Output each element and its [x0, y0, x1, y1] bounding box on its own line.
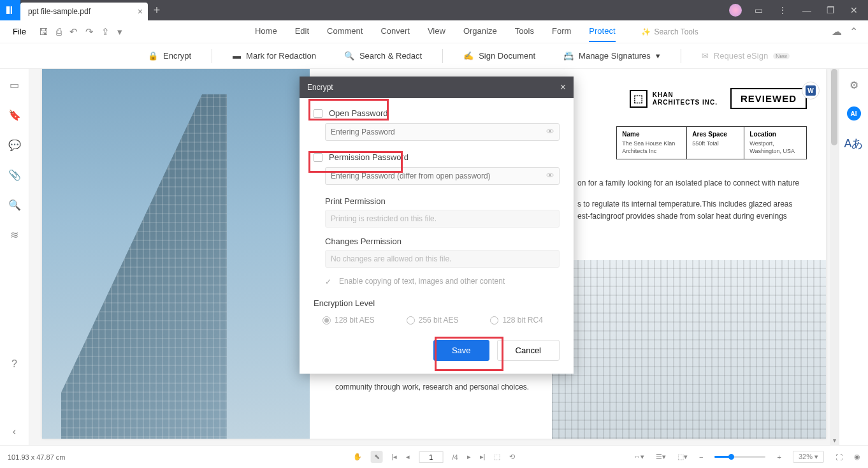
next-page-icon[interactable]: ▸ [467, 453, 471, 461]
fullscreen-icon[interactable]: ⛶ [835, 453, 843, 461]
scroll-thumb[interactable] [831, 69, 837, 145]
cloud-icon[interactable]: ☁ [832, 26, 842, 38]
dropdown-icon[interactable]: ▾ [117, 26, 122, 38]
dialog-title-text: Encrypt [307, 83, 333, 92]
info-table: Name The Sea House Klan Architects Inc A… [616, 126, 807, 159]
user-avatar[interactable] [729, 4, 742, 17]
dialog-close-button[interactable]: × [560, 82, 566, 93]
manage-signatures-button[interactable]: 📇 Manage Signatures ▾ [556, 51, 668, 61]
open-password-checkbox[interactable] [314, 109, 322, 118]
fit-page-icon[interactable]: ⬚▾ [677, 453, 688, 461]
reviewed-stamp: REVIEWED [730, 88, 807, 109]
document-tab[interactable]: ppt file-sample.pdf × [20, 3, 148, 20]
close-tab-icon[interactable]: × [138, 6, 143, 17]
permission-password-checkbox-row[interactable]: Permission Password [314, 152, 560, 162]
request-esign-button[interactable]: ✉ Request eSign New [694, 51, 797, 61]
tab-view[interactable]: View [428, 21, 445, 42]
tab-edit[interactable]: Edit [295, 21, 309, 42]
vertical-scrollbar[interactable]: ▾ [830, 69, 839, 445]
changes-permission-label: Changes Permission [325, 237, 560, 246]
tab-home[interactable]: Home [255, 21, 277, 42]
encryption-radio-group: 128 bit AES 256 bit AES 128 bit RC4 [322, 316, 560, 325]
print-icon[interactable]: ⎙ [56, 26, 62, 38]
permission-password-checkbox[interactable] [314, 153, 322, 162]
scroll-down-icon[interactable]: ▾ [830, 437, 839, 444]
eye-icon[interactable]: 👁 [546, 127, 554, 136]
esign-icon: ✉ [702, 51, 709, 61]
last-page-icon[interactable]: ▸| [480, 453, 486, 461]
encrypt-dialog: Encrypt × Open Password 👁 Permission Pas… [300, 77, 574, 374]
rotate-icon[interactable]: ⟲ [509, 453, 515, 461]
sign-document-button[interactable]: ✍ Sign Document [456, 51, 543, 61]
close-window-button[interactable]: ✕ [848, 5, 860, 15]
app-icon[interactable] [0, 0, 20, 20]
maximize-button[interactable]: ❐ [824, 5, 837, 15]
radio-256-aes[interactable]: 256 bit AES [407, 316, 459, 325]
view-mode-icon[interactable]: ☰▾ [656, 453, 666, 461]
logo-square-icon: ⬚ [630, 90, 647, 108]
hand-tool-icon[interactable]: ✋ [353, 453, 362, 461]
document-text-bottom: community through work, research and per… [335, 381, 539, 393]
select-tool-icon[interactable]: ⬉ [371, 451, 383, 463]
tab-organize[interactable]: Organize [463, 21, 497, 42]
search-redact-icon: 🔍 [344, 51, 354, 61]
enable-copy-label: Enable copying of text, images and other… [339, 277, 505, 286]
search-redact-button[interactable]: 🔍 Search & Redact [336, 51, 430, 61]
dialog-titlebar: Encrypt × [300, 77, 574, 98]
zoom-out-icon[interactable]: − [699, 453, 703, 461]
open-password-input[interactable] [325, 123, 560, 141]
notifications-icon[interactable]: ▭ [752, 5, 765, 15]
attachments-icon[interactable]: 📎 [8, 169, 21, 181]
translate-icon[interactable]: Aあ [844, 136, 863, 151]
file-menu[interactable]: File [5, 27, 34, 36]
statusbar: 101.93 x 47.87 cm ✋ ⬉ |◂ ◂ /4 ▸ ▸| ⬚ ⟲ ↔… [0, 445, 868, 468]
layers-icon[interactable]: ≋ [10, 229, 18, 241]
tab-tools[interactable]: Tools [515, 21, 534, 42]
save-button[interactable]: Save [433, 340, 489, 361]
tab-convert[interactable]: Convert [380, 21, 410, 42]
crop-icon[interactable]: ⬚ [494, 453, 500, 461]
read-mode-icon[interactable]: ◉ [854, 453, 860, 461]
comments-icon[interactable]: 💬 [8, 139, 21, 151]
search-tools[interactable]: ✨ Search Tools [641, 27, 698, 36]
tab-protect[interactable]: Protect [589, 21, 615, 42]
ai-icon[interactable]: AI [847, 106, 861, 121]
titlebar: ppt file-sample.pdf × + ▭ ⋮ — ❐ ✕ [0, 0, 868, 20]
cancel-button[interactable]: Cancel [497, 340, 560, 361]
open-password-checkbox-row[interactable]: Open Password [314, 108, 560, 118]
undo-icon[interactable]: ↶ [69, 26, 78, 38]
radio-128-rc4[interactable]: 128 bit RC4 [490, 316, 542, 325]
first-page-icon[interactable]: |◂ [392, 453, 398, 461]
page-number-input[interactable] [419, 451, 443, 463]
tab-form[interactable]: Form [552, 21, 571, 42]
radio-128-aes[interactable]: 128 bit AES [322, 316, 375, 325]
chevron-up-icon[interactable]: ⌃ [850, 26, 858, 38]
collapse-icon[interactable]: ‹ [13, 426, 16, 437]
tab-comment[interactable]: Comment [327, 21, 363, 42]
lock-icon: 🔒 [148, 51, 158, 61]
kebab-menu-icon[interactable]: ⋮ [776, 5, 790, 15]
permission-password-input[interactable] [325, 167, 560, 185]
fit-width-icon[interactable]: ↔▾ [633, 453, 644, 461]
building-image-right [552, 260, 826, 439]
mark-redaction-button[interactable]: ▬ Mark for Redaction [225, 51, 324, 61]
minimize-button[interactable]: — [800, 5, 814, 15]
zoom-in-icon[interactable]: + [777, 453, 781, 461]
add-tab-button[interactable]: + [148, 1, 166, 19]
print-permission-label: Print Permission [325, 196, 560, 206]
encrypt-button[interactable]: 🔒 Encrypt [140, 51, 199, 61]
thumbnails-icon[interactable]: ▭ [10, 79, 19, 91]
zoom-value[interactable]: 32% ▾ [793, 451, 824, 463]
search-icon[interactable]: 🔍 [8, 199, 21, 211]
save-icon[interactable]: 🖫 [39, 26, 48, 38]
share-icon[interactable]: ⇪ [101, 26, 110, 38]
bookmarks-icon[interactable]: 🔖 [8, 109, 21, 121]
eye-icon[interactable]: 👁 [546, 171, 554, 180]
prev-page-icon[interactable]: ◂ [406, 453, 410, 461]
help-icon[interactable]: ? [11, 358, 17, 370]
word-export-badge[interactable]: W [802, 82, 820, 99]
zoom-slider[interactable] [714, 456, 765, 458]
separator [212, 49, 212, 63]
redo-icon[interactable]: ↷ [85, 26, 94, 38]
settings-icon[interactable]: ⚙ [850, 79, 858, 91]
